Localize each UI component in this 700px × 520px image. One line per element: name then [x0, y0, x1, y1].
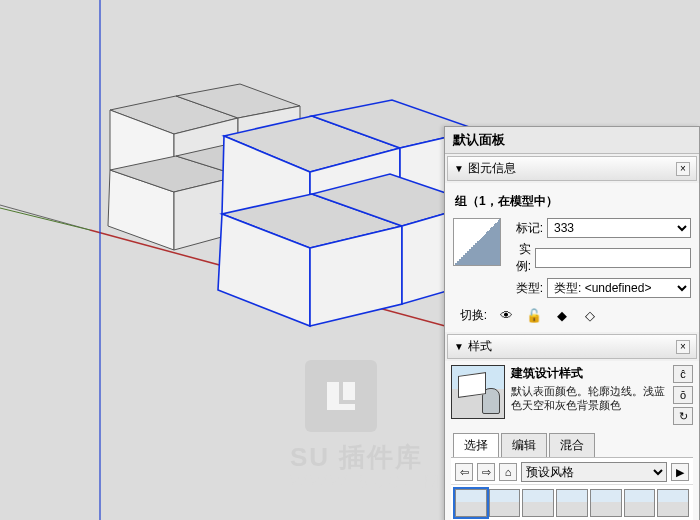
type-label: 类型:	[509, 280, 543, 297]
tab-edit[interactable]: 编辑	[501, 433, 547, 457]
watermark-text: SU 插件库	[290, 440, 423, 475]
home-icon[interactable]: ⌂	[499, 463, 517, 481]
style-preset-thumb[interactable]	[489, 489, 521, 517]
material-swatch[interactable]	[453, 218, 501, 266]
visible-toggle-icon[interactable]: 👁	[497, 308, 515, 324]
section-styles-header[interactable]: ▼ 样式 ×	[447, 334, 697, 359]
style-preset-thumb[interactable]	[556, 489, 588, 517]
style-new-button[interactable]: ŏ	[673, 386, 693, 404]
type-select[interactable]: 类型: <undefined>	[547, 278, 691, 298]
entity-info-body: 组（1，在模型中） 标记: 333 实例: 类型: 类型: <undefined…	[445, 183, 699, 332]
caret-down-icon: ▼	[454, 163, 464, 174]
shadow-cast-icon[interactable]: ◆	[553, 308, 571, 324]
default-tray-panel: 默认面板 ▼ 图元信息 × 组（1，在模型中） 标记: 333 实例: 类型: …	[444, 126, 700, 520]
toggle-label: 切换:	[453, 307, 487, 324]
entity-header-text: 组（1，在模型中）	[455, 193, 691, 210]
style-preset-thumb[interactable]	[657, 489, 689, 517]
group-selected[interactable]	[218, 100, 478, 326]
tag-label: 标记:	[509, 220, 543, 237]
section-styles-title: 样式	[468, 338, 492, 355]
style-refresh-button[interactable]: ↻	[673, 407, 693, 425]
style-description: 默认表面颜色。轮廓边线。浅蓝色天空和灰色背景颜色	[511, 384, 667, 412]
instance-label: 实例:	[509, 241, 531, 275]
svg-line-2	[0, 208, 90, 230]
watermark-logo	[305, 360, 377, 432]
close-icon[interactable]: ×	[676, 162, 690, 176]
style-thumbnails-row	[451, 484, 693, 520]
caret-down-icon: ▼	[454, 341, 464, 352]
style-preset-thumb[interactable]	[455, 489, 487, 517]
shadow-receive-icon[interactable]: ◇	[581, 308, 599, 324]
panel-title[interactable]: 默认面板	[445, 127, 699, 154]
styles-tabs: 选择 编辑 混合	[453, 433, 693, 457]
svg-rect-25	[343, 382, 355, 400]
preset-style-select[interactable]: 预设风格	[521, 462, 667, 482]
lock-toggle-icon[interactable]: 🔓	[525, 308, 543, 324]
close-icon[interactable]: ×	[676, 340, 690, 354]
instance-input[interactable]	[535, 248, 691, 268]
details-toggle-icon[interactable]: ▶	[671, 463, 689, 481]
styles-body: 建筑设计样式 默认表面颜色。轮廓边线。浅蓝色天空和灰色背景颜色 ĉ ŏ ↻ 选择…	[445, 361, 699, 520]
style-preset-thumb[interactable]	[624, 489, 656, 517]
nav-back-button[interactable]: ⇦	[455, 463, 473, 481]
section-entity-title: 图元信息	[468, 160, 516, 177]
style-preset-thumb[interactable]	[590, 489, 622, 517]
style-name: 建筑设计样式	[511, 365, 667, 382]
tag-select[interactable]: 333	[547, 218, 691, 238]
style-update-button[interactable]: ĉ	[673, 365, 693, 383]
style-thumbnail[interactable]	[451, 365, 505, 419]
tab-select[interactable]: 选择	[453, 433, 499, 457]
style-preset-thumb[interactable]	[522, 489, 554, 517]
tab-mix[interactable]: 混合	[549, 433, 595, 457]
nav-fwd-button[interactable]: ⇨	[477, 463, 495, 481]
watermark-url: WWW.SUCJ.ME	[290, 472, 457, 493]
section-entity-info-header[interactable]: ▼ 图元信息 ×	[447, 156, 697, 181]
